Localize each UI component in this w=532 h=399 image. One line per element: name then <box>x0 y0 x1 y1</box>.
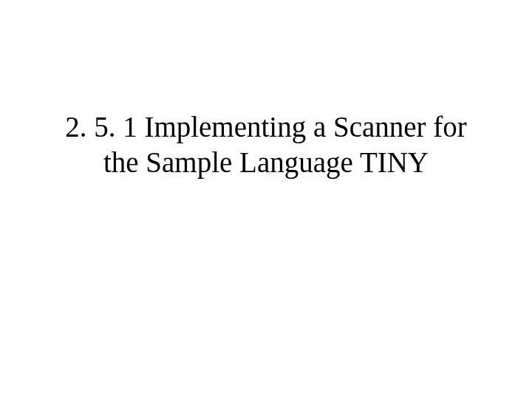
section-heading: 2. 5. 1 Implementing a Scanner for the S… <box>44 109 488 180</box>
slide-container: 2. 5. 1 Implementing a Scanner for the S… <box>0 0 532 399</box>
